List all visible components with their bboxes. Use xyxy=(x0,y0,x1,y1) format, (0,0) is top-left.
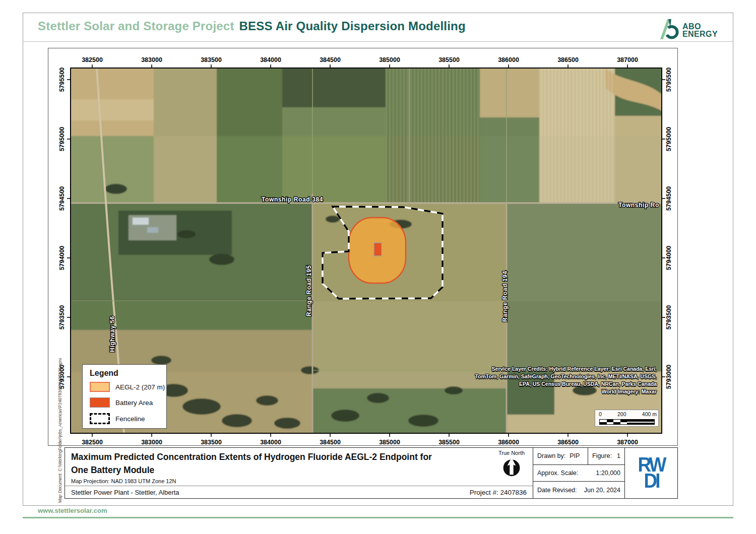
axis-tick-label: 382500 xyxy=(82,439,103,446)
axis-tick-label: 384000 xyxy=(260,56,281,63)
axis-tick-label: 5793500 xyxy=(665,305,672,330)
legend-item-battery: Battery Area xyxy=(90,397,166,408)
north-arrow-icon xyxy=(502,471,521,479)
figure-label: Figure: xyxy=(592,452,612,459)
figure-title-line1: Maximum Predicted Concentration Extents … xyxy=(71,450,492,463)
scale-label-400: 400 m xyxy=(642,411,657,417)
scale-label-0: 0 xyxy=(599,411,602,417)
scale-bar-graphic xyxy=(599,419,655,425)
axis-tick-label: 382500 xyxy=(82,56,103,63)
axis-tick-label: 383500 xyxy=(201,56,222,63)
axis-tick-label: 5795500 xyxy=(58,68,66,92)
road-label-township-road-384: Township Road 384 xyxy=(262,196,323,203)
rwdi-logo-cell: RW DI xyxy=(624,448,677,498)
axis-tick-label: 384500 xyxy=(320,439,341,446)
abo-energy-logo: ABO ENERGY xyxy=(659,18,718,42)
plant-location: Stettler Power Plant - Stettler, Alberta xyxy=(71,489,179,496)
road-label-township-road-east: Township Ro xyxy=(618,202,659,209)
drawn-by-label: Drawn by: xyxy=(537,452,565,459)
project-number: Project #: 2407836 xyxy=(470,489,527,496)
service-layer-credits: Service Layer Credits: Hybrid Reference … xyxy=(475,365,657,395)
date-revised-label: Date Revised: xyxy=(537,487,577,494)
scale-label: Approx. Scale: xyxy=(537,470,578,477)
title-block-main: Maximum Predicted Concentration Extents … xyxy=(65,448,533,498)
credits-line: EPA, US Census Bureau, USDA, NRCan, Park… xyxy=(475,380,657,388)
true-north: True North xyxy=(493,450,530,480)
aegl-swatch xyxy=(90,382,110,392)
page-title: Stettler Solar and Storage ProjectBESS A… xyxy=(38,19,466,33)
battery-label: Battery Area xyxy=(115,399,153,407)
road-label-range-road-195: Range Road 195 xyxy=(305,265,312,316)
scale-bar: 0 200 400 m xyxy=(595,410,659,427)
axis-tick-label: 387000 xyxy=(617,439,638,446)
battery-area xyxy=(374,243,382,256)
legend: Legend AEGL-2 (207 m) Battery Area Fence… xyxy=(82,364,167,429)
fenceline-swatch xyxy=(90,413,110,424)
project-title: Stettler Solar and Storage Project xyxy=(38,19,234,33)
axis-tick-label: 5793000 xyxy=(665,365,672,389)
axis-tick-label: 5794000 xyxy=(665,246,672,271)
title-block: Maximum Predicted Concentration Extents … xyxy=(65,447,678,499)
axis-tick-label: 5793500 xyxy=(58,305,66,330)
axis-tick-label: 386500 xyxy=(557,56,579,63)
axis-tick-label: 383000 xyxy=(141,56,162,63)
axis-tick-label: 385500 xyxy=(438,56,460,63)
axis-tick-label: 384500 xyxy=(320,56,341,63)
scale-bar-solid xyxy=(627,420,654,424)
credits-line: World Imagery: Maxar xyxy=(475,388,657,395)
axis-tick-label: 5795500 xyxy=(665,68,672,92)
axis-tick-label: 386000 xyxy=(498,56,519,63)
map-sheet: Township Road 384Township RoRange Road 1… xyxy=(48,48,678,446)
rwdi-logo: RW DI xyxy=(638,457,665,489)
true-north-label: True North xyxy=(493,450,530,456)
axis-tick-label: 5795000 xyxy=(58,127,66,152)
axis-tick-label: 5794500 xyxy=(665,186,672,211)
abo-logo-text: ABO ENERGY xyxy=(682,23,718,38)
battery-swatch xyxy=(90,397,110,408)
header-divider xyxy=(23,41,733,42)
legend-item-fence: Fenceline xyxy=(90,413,166,424)
abo-logo-icon xyxy=(659,18,680,42)
axis-tick-label: 384000 xyxy=(260,439,281,446)
title-block-bottom-row: Stettler Power Plant - Stettler, Alberta… xyxy=(65,486,533,498)
fenceline-label: Fenceline xyxy=(115,415,145,423)
scale-value: 1:20,000 xyxy=(596,470,620,477)
map-projection: Map Projection: NAD 1983 UTM Zone 12N xyxy=(71,478,176,484)
abo-logo-line1: ABO xyxy=(682,23,718,30)
axis-tick-label: 387000 xyxy=(617,56,638,63)
legend-item-aegl: AEGL-2 (207 m) xyxy=(90,382,166,392)
axis-tick-label: 383000 xyxy=(141,439,162,446)
legend-title: Legend xyxy=(90,369,166,378)
abo-logo-line2: ENERGY xyxy=(682,30,718,38)
axis-tick-label: 386500 xyxy=(557,439,579,446)
axis-tick-label: 385500 xyxy=(438,439,460,446)
road-label-highway-56: Highway 56 xyxy=(109,316,116,352)
date-revised-value: Jun 20, 2024 xyxy=(584,487,620,494)
credits-line: TomTom, Garmin, SafeGraph, GeoTechnologi… xyxy=(475,373,657,380)
footer-website-link[interactable]: www.stettlersolar.com xyxy=(38,507,107,514)
figure-title: Maximum Predicted Concentration Extents … xyxy=(65,448,533,477)
figure-value: 1 xyxy=(617,452,620,459)
road-label-range-road-194: Range Road 194 xyxy=(501,271,509,322)
drawn-figure-row: Drawn by: PIP Figure: 1 xyxy=(533,448,624,465)
axis-tick-label: 5794500 xyxy=(58,186,66,211)
date-row: Date Revised: Jun 20, 2024 xyxy=(533,482,624,498)
map-document-path: Map Document: C:\WorkingFolder\jobs_Amer… xyxy=(57,358,62,503)
axis-tick-label: 5795000 xyxy=(665,127,672,152)
title-block-table: Drawn by: PIP Figure: 1 Approx. Scale: 1… xyxy=(533,448,624,498)
axis-tick-label: 385000 xyxy=(379,56,400,63)
footer-divider xyxy=(23,517,733,518)
drawn-by-value: PIP xyxy=(570,452,580,459)
scale-bar-checker xyxy=(600,420,627,424)
scale-label-200: 200 xyxy=(617,411,626,417)
axis-tick-label: 5794000 xyxy=(58,246,66,271)
figure-title-line2: One Battery Module xyxy=(71,463,492,477)
document-title: BESS Air Quality Dispersion Modelling xyxy=(239,19,466,33)
axis-tick-label: 386000 xyxy=(498,439,519,446)
aegl-label: AEGL-2 (207 m) xyxy=(115,383,165,391)
scale-row: Approx. Scale: 1:20,000 xyxy=(533,465,624,482)
axis-tick-label: 385000 xyxy=(379,439,400,446)
axis-tick-label: 383500 xyxy=(201,439,222,446)
credits-line: Service Layer Credits: Hybrid Reference … xyxy=(475,365,657,373)
